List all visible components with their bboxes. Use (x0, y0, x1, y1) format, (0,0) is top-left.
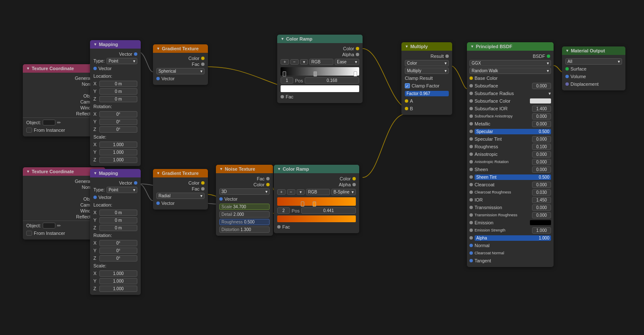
mapping-type-dropdown-1[interactable]: Point ▾ (106, 58, 137, 64)
bsdf-emstrength-socket[interactable] (469, 229, 473, 232)
material-output-collapse[interactable]: ▼ (565, 49, 569, 53)
bsdf-ccrough-field[interactable]: 0.030 (532, 189, 551, 196)
mapping-type-dropdown-2[interactable]: Point ▾ (106, 187, 137, 193)
multiply-mode-dropdown[interactable]: Multiply ▾ (405, 68, 449, 74)
grad-vector-socket-2[interactable] (156, 202, 160, 205)
material-output-header[interactable]: ▼ Material Output (562, 46, 625, 55)
noise-collapse[interactable]: ▼ (219, 167, 223, 171)
color-ramp-header-2[interactable]: ▼ Color Ramp (274, 165, 359, 173)
collapse-arrow-2[interactable]: ▼ (26, 169, 30, 174)
bsdf-aniso-socket[interactable] (469, 153, 473, 156)
multiply-result-socket[interactable] (445, 54, 449, 58)
bsdf-alpha-socket[interactable] (469, 236, 473, 240)
noise-scale-field[interactable]: Scale 34.700 (219, 204, 270, 210)
bsdf-tangent-socket[interactable] (469, 259, 473, 262)
bsdf-ssior-field[interactable]: 1.400 (532, 106, 551, 112)
cr2-remove-stop[interactable]: − (287, 189, 295, 195)
object-field-value-2[interactable] (43, 223, 55, 229)
multiply-collapse[interactable]: ▼ (405, 44, 409, 49)
bsdf-emission-swatch[interactable] (530, 220, 551, 225)
color-ramp-header-1[interactable]: ▼ Color Ramp (277, 35, 363, 43)
bsdf-ccrough-socket[interactable] (469, 191, 473, 194)
bsdf-ior-socket[interactable] (469, 198, 473, 202)
bsdf-ssr-socket[interactable] (469, 92, 473, 95)
mapping-collapse-1[interactable]: ▼ (93, 42, 97, 46)
bsdf-specular-field[interactable]: Specular 0.500 (475, 129, 551, 134)
cr2-pos-field[interactable]: 0.441 (301, 207, 356, 214)
multiply-factor-field[interactable]: Factor 0.967 (405, 91, 449, 96)
cr1-stop-left[interactable] (283, 71, 286, 76)
bsdf-distribution-dropdown[interactable]: GGX ▾ (469, 60, 551, 66)
bsdf-transrough-field[interactable]: 0.000 (532, 212, 551, 218)
bsdf-roughness-socket[interactable] (469, 145, 473, 148)
loc-x-field-1[interactable]: 0 m (99, 81, 137, 87)
bsdf-ccnormal-socket[interactable] (469, 251, 473, 255)
cr2-mode-dropdown[interactable]: RGB (306, 189, 330, 195)
bsdf-ior-field[interactable]: 1.450 (532, 197, 551, 203)
cr1-fac-socket[interactable] (281, 95, 284, 98)
material-volume-socket[interactable] (565, 75, 569, 78)
noise-dimension-dropdown[interactable]: 3D ▾ (219, 188, 270, 195)
noise-color-socket[interactable] (266, 183, 270, 186)
gradient-texture-header-1[interactable]: ▼ Gradient Texture (153, 44, 208, 53)
bsdf-subsurface-socket[interactable] (469, 84, 473, 87)
scale-x-field-1[interactable]: 1.000 (99, 142, 137, 148)
rot-x-field-2[interactable]: 0° (99, 240, 137, 246)
material-surface-socket[interactable] (565, 67, 569, 71)
cr1-index-field[interactable]: 1 (281, 77, 293, 84)
cr1-interp-dropdown[interactable]: Ease ▾ (335, 59, 359, 65)
bsdf-spectint-socket[interactable] (469, 137, 473, 141)
bsdf-sheentint-socket[interactable] (469, 175, 473, 179)
rot-z-field-1[interactable]: 0° (99, 126, 137, 133)
scale-x-field-2[interactable]: 1.000 (99, 270, 137, 277)
bsdf-normal-socket[interactable] (469, 244, 473, 247)
cr1-color-socket[interactable] (356, 47, 359, 50)
bsdf-anisorot-field[interactable]: 0.000 (532, 159, 551, 165)
cr1-gradient-bar[interactable] (281, 67, 359, 76)
mapping-header-1[interactable]: ▼ Mapping (90, 40, 141, 49)
noise-vector-socket[interactable] (219, 197, 223, 201)
collapse-arrow-1[interactable]: ▼ (26, 66, 30, 71)
grad-fac-socket-2[interactable] (201, 187, 205, 191)
grad-type-dropdown-1[interactable]: Spherical ▾ (156, 68, 205, 74)
vector-out-socket-2[interactable] (134, 181, 137, 185)
bsdf-alpha-field[interactable]: Alpha 1.000 (475, 235, 551, 241)
bsdf-emission-socket[interactable] (469, 221, 473, 224)
grad-vector-socket-1[interactable] (156, 77, 160, 80)
rot-x-field-1[interactable]: 0° (99, 111, 137, 117)
bsdf-transmission-socket[interactable] (469, 206, 473, 209)
bsdf-subsurface-field[interactable]: 0.000 (532, 83, 551, 89)
bsdf-metallic-socket[interactable] (469, 122, 473, 125)
bsdf-transmission-field[interactable]: 0.000 (532, 204, 551, 211)
cr2-fac-socket[interactable] (277, 225, 281, 229)
loc-x-field-2[interactable]: 0 m (99, 210, 137, 216)
cr1-mode-dropdown[interactable]: RGB (309, 59, 334, 65)
bsdf-spectint-field[interactable]: 0.000 (532, 136, 551, 142)
mapping-collapse-2[interactable]: ▼ (93, 171, 97, 175)
bsdf-clearcoat-field[interactable]: 0.000 (532, 182, 551, 188)
cr1-color-swatch[interactable] (281, 85, 359, 92)
scale-y-field-2[interactable]: 1.000 (99, 278, 137, 284)
bsdf-socket[interactable] (547, 54, 550, 58)
gradient-texture-header-2[interactable]: ▼ Gradient Texture (153, 169, 208, 177)
object-field-value[interactable] (43, 120, 55, 125)
multiply-header[interactable]: ▼ Multiply (401, 42, 452, 51)
rot-y-field-1[interactable]: 0° (99, 119, 137, 125)
loc-z-field-2[interactable]: 0 m (99, 225, 137, 231)
multiply-clamp-checkbox[interactable]: ✓ (405, 83, 410, 88)
cr1-alpha-socket[interactable] (356, 53, 359, 56)
mapping-header-2[interactable]: ▼ Mapping (90, 169, 141, 177)
multiply-color-dropdown[interactable]: Color ▾ (405, 60, 449, 66)
bsdf-ssaniso-socket[interactable] (469, 114, 473, 118)
bsdf-sheen-socket[interactable] (469, 168, 473, 171)
grad-type-dropdown-2[interactable]: Radial ▾ (156, 193, 205, 199)
bsdf-sheentint-field[interactable]: Sheen Tint 0.500 (475, 174, 551, 180)
cr1-pos-field[interactable]: 0.168 (305, 77, 359, 84)
cr1-remove-stop[interactable]: − (290, 59, 299, 65)
cr1-menu[interactable]: ▾ (300, 59, 308, 65)
bsdf-ssc-socket[interactable] (469, 99, 473, 103)
bsdf-emstrength-field[interactable]: 1.000 (532, 227, 551, 234)
bsdf-sss-dropdown[interactable]: Random Walk ▾ (469, 68, 551, 74)
loc-z-field-1[interactable]: 0 m (99, 96, 137, 102)
grad-color-socket-2[interactable] (201, 181, 205, 185)
